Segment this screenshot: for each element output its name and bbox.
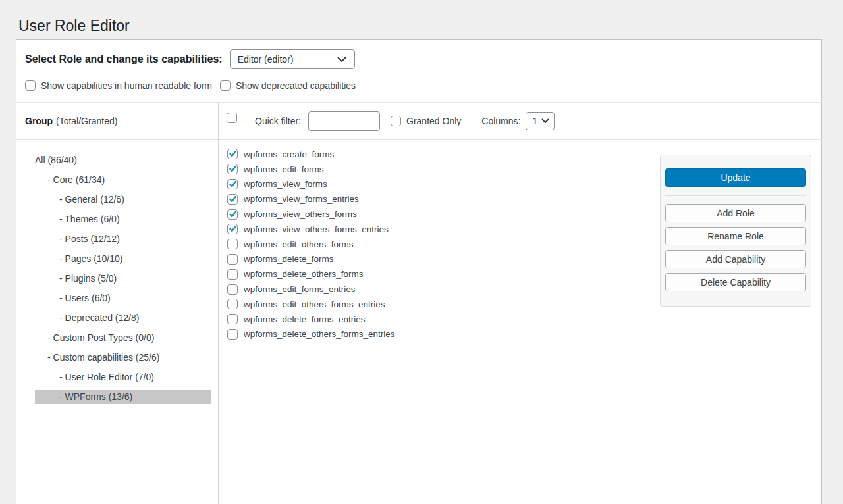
capabilities-content: wpforms_create_forms wpforms_edit_forms …: [219, 140, 821, 504]
capability-row: wpforms_view_others_forms: [227, 207, 660, 222]
capability-label: wpforms_edit_others_forms_entries: [244, 299, 385, 309]
capability-checkbox[interactable]: [227, 299, 238, 309]
user-role-editor-panel: Select Role and change its capabilities:…: [16, 39, 822, 504]
capability-checkbox[interactable]: [227, 179, 238, 189]
capability-row: wpforms_edit_others_forms: [227, 237, 660, 252]
check-icon: [229, 151, 236, 157]
tree-item-wpforms[interactable]: - WPForms (13/6): [35, 390, 211, 404]
role-selector-label: Select Role and change its capabilities:: [25, 53, 223, 65]
capability-checkbox[interactable]: [227, 284, 238, 295]
tree-item-pages[interactable]: - Pages (10/10): [35, 251, 211, 266]
capability-label: wpforms_edit_forms_entries: [244, 284, 356, 294]
add-role-button[interactable]: Add Role: [665, 204, 806, 222]
tree-item-all[interactable]: All (86/40): [35, 153, 211, 167]
chevron-down-icon: [541, 118, 549, 124]
capability-label: wpforms_edit_others_forms: [244, 239, 354, 249]
filter-bar: Quick filter: Granted Only Columns: 1: [219, 103, 821, 140]
tree-item-users[interactable]: - Users (6/0): [35, 291, 211, 305]
tree-item-custom-post-types[interactable]: - Custom Post Types (0/0): [35, 330, 211, 345]
check-icon: [229, 166, 236, 172]
role-selector-row: Select Role and change its capabilities:…: [16, 40, 821, 69]
actions-panel: Update Add Role Rename Role Add Capabili…: [660, 155, 811, 307]
role-select-value: Editor (editor): [238, 54, 294, 64]
capability-row: wpforms_delete_forms_entries: [227, 312, 660, 327]
human-readable-label: Show capabilities in human readable form: [41, 80, 212, 91]
capabilities-list: wpforms_create_forms wpforms_edit_forms …: [219, 140, 660, 504]
capability-checkbox[interactable]: [227, 194, 238, 205]
granted-only-checkbox[interactable]: [391, 116, 401, 126]
options-row: Show capabilities in human readable form…: [16, 69, 821, 91]
columns-label: Columns:: [481, 116, 520, 126]
tree-item-general[interactable]: - General (12/6): [35, 192, 211, 207]
columns-select[interactable]: 1: [526, 112, 555, 130]
capability-checkbox[interactable]: [227, 269, 238, 280]
check-icon: [229, 196, 236, 203]
groups-tree: All (86/40) - Core (61/34) - General (12…: [16, 140, 218, 404]
tree-item-user-role-editor[interactable]: - User Role Editor (7/0): [35, 370, 211, 384]
capability-row: wpforms_edit_others_forms_entries: [227, 297, 660, 312]
capability-label: wpforms_view_others_forms_entries: [244, 224, 389, 234]
capability-row: wpforms_view_forms_entries: [227, 191, 660, 207]
capability-label: wpforms_delete_others_forms: [244, 269, 364, 279]
columns-select-value: 1: [532, 116, 537, 126]
human-readable-checkbox[interactable]: [25, 80, 36, 91]
capability-label: wpforms_view_others_forms: [244, 209, 357, 219]
capabilities-column: Quick filter: Granted Only Columns: 1: [219, 103, 821, 504]
show-deprecated-label: Show deprecated capabilities: [236, 80, 356, 91]
capability-checkbox[interactable]: [227, 209, 238, 220]
check-icon: [229, 226, 236, 232]
show-deprecated-checkbox[interactable]: [220, 80, 231, 91]
delete-capability-button[interactable]: Delete Capability: [665, 273, 806, 291]
capability-row: wpforms_delete_others_forms_entries: [227, 327, 660, 342]
capability-label: wpforms_delete_others_forms_entries: [244, 329, 395, 339]
capability-label: wpforms_delete_forms: [244, 254, 334, 264]
capability-checkbox[interactable]: [227, 254, 238, 265]
capability-checkbox[interactable]: [227, 239, 238, 249]
chevron-down-icon: [337, 57, 346, 63]
tree-item-custom-capabilities[interactable]: - Custom capabilities (25/6): [35, 350, 211, 365]
role-select[interactable]: Editor (editor): [230, 49, 355, 69]
add-capability-button[interactable]: Add Capability: [665, 250, 806, 268]
groups-header-title: Group: [25, 116, 53, 126]
capability-row: wpforms_delete_others_forms: [227, 266, 660, 282]
tree-item-plugins[interactable]: - Plugins (5/0): [35, 271, 211, 286]
capability-label: wpforms_view_forms_entries: [244, 194, 359, 204]
rename-role-button[interactable]: Rename Role: [665, 227, 806, 245]
quick-filter-input[interactable]: [308, 111, 380, 131]
capability-label: wpforms_create_forms: [244, 149, 334, 159]
select-all-checkbox[interactable]: [227, 113, 237, 123]
check-icon: [229, 181, 236, 188]
main-grid: Group (Total/Granted) All (86/40) - Core…: [16, 103, 821, 504]
capability-checkbox[interactable]: [227, 314, 238, 324]
capability-label: wpforms_delete_forms_entries: [244, 315, 366, 324]
check-icon: [229, 211, 236, 218]
update-button[interactable]: Update: [665, 168, 806, 187]
capability-row: wpforms_create_forms: [227, 147, 660, 162]
tree-item-posts[interactable]: - Posts (12/12): [35, 232, 211, 246]
capability-checkbox[interactable]: [227, 164, 238, 174]
capability-label: wpforms_edit_forms: [244, 164, 324, 174]
capability-label: wpforms_view_forms: [244, 179, 327, 189]
capability-row: wpforms_edit_forms: [227, 162, 660, 177]
granted-only-label: Granted Only: [406, 116, 461, 126]
capability-checkbox[interactable]: [227, 224, 238, 234]
groups-column: Group (Total/Granted) All (86/40) - Core…: [16, 103, 219, 504]
capability-checkbox[interactable]: [227, 149, 238, 159]
quick-filter-label: Quick filter:: [255, 116, 301, 126]
capability-row: wpforms_view_forms: [227, 177, 660, 192]
tree-item-deprecated[interactable]: - Deprecated (12/8): [35, 311, 211, 325]
tree-item-core[interactable]: - Core (61/34): [35, 172, 211, 187]
capability-checkbox[interactable]: [227, 329, 238, 340]
divider: [665, 195, 806, 196]
groups-header: Group (Total/Granted): [16, 103, 218, 140]
capability-row: wpforms_edit_forms_entries: [227, 282, 660, 297]
groups-header-subtitle: (Total/Granted): [56, 116, 117, 126]
page-title: User Role Editor: [0, 0, 843, 36]
capability-row: wpforms_view_others_forms_entries: [227, 222, 660, 237]
tree-item-themes[interactable]: - Themes (6/0): [35, 212, 211, 226]
capability-row: wpforms_delete_forms: [227, 252, 660, 267]
